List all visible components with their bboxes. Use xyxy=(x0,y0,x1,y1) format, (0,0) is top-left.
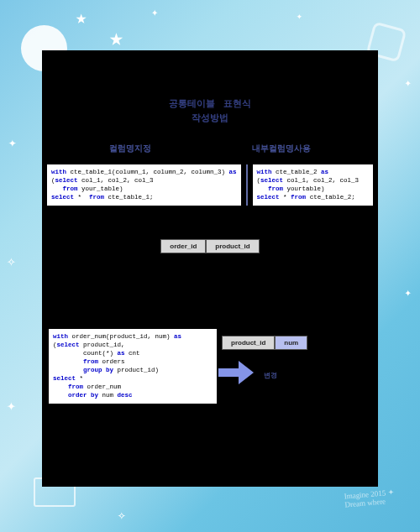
section-label-right: 내부컬럼명사용 xyxy=(252,143,311,154)
slide-title: 공통테이블 표현식 작성방법 xyxy=(42,50,378,124)
code-examples-row: with cte_table_1(column_1, column_2, col… xyxy=(42,159,378,206)
bottom-example-row: with order_num(product_id, num) as (sele… xyxy=(42,329,378,404)
code-box-right: with cte_table_2 as (select col_1, col_2… xyxy=(253,164,373,206)
arrow-label: 변경 xyxy=(264,371,277,380)
slide-content: 공통테이블 표현식 작성방법 컬럼명지정 내부컬럼명사용 with cte_ta… xyxy=(42,50,378,487)
arrow-icon xyxy=(218,361,259,384)
title-part-2: 표현식 xyxy=(223,98,251,108)
section-labels-row: 컬럼명지정 내부컬럼명사용 xyxy=(42,143,378,154)
code-box-left: with cte_table_1(column_1, column_2, col… xyxy=(47,164,241,206)
col-order-id: order_id xyxy=(160,239,206,253)
vertical-divider xyxy=(246,164,248,206)
title-part-1: 공통테이블 xyxy=(169,98,215,108)
code-box-bottom: with order_num(product_id, num) as (sele… xyxy=(49,329,217,404)
orders-table-header: order_id product_id xyxy=(160,239,259,253)
col-product-id-result: product_id xyxy=(222,336,275,350)
col-product-id: product_id xyxy=(206,239,259,253)
title-line-2: 작성방법 xyxy=(192,112,228,123)
col-num-result: num xyxy=(275,336,307,350)
result-table-header: product_id num xyxy=(222,336,371,350)
section-label-left: 컬럼명지정 xyxy=(109,143,151,154)
